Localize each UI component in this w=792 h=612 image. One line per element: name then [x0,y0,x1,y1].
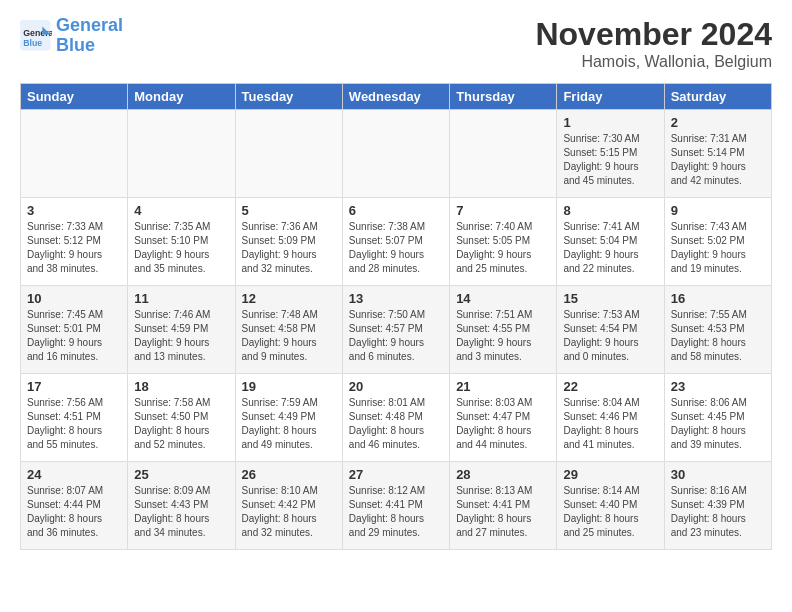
cell-1-6: 9Sunrise: 7:43 AM Sunset: 5:02 PM Daylig… [664,198,771,286]
day-info-1-6: Sunrise: 7:43 AM Sunset: 5:02 PM Dayligh… [671,220,765,276]
cell-4-0: 24Sunrise: 8:07 AM Sunset: 4:44 PM Dayli… [21,462,128,550]
cell-4-2: 26Sunrise: 8:10 AM Sunset: 4:42 PM Dayli… [235,462,342,550]
cell-2-2: 12Sunrise: 7:48 AM Sunset: 4:58 PM Dayli… [235,286,342,374]
day-num-3-4: 21 [456,379,550,394]
day-info-2-6: Sunrise: 7:55 AM Sunset: 4:53 PM Dayligh… [671,308,765,364]
cell-1-4: 7Sunrise: 7:40 AM Sunset: 5:05 PM Daylig… [450,198,557,286]
month-title: November 2024 [535,16,772,53]
col-friday: Friday [557,84,664,110]
cell-2-5: 15Sunrise: 7:53 AM Sunset: 4:54 PM Dayli… [557,286,664,374]
logo-line2: Blue [56,35,95,55]
day-info-2-4: Sunrise: 7:51 AM Sunset: 4:55 PM Dayligh… [456,308,550,364]
cell-1-1: 4Sunrise: 7:35 AM Sunset: 5:10 PM Daylig… [128,198,235,286]
day-num-4-2: 26 [242,467,336,482]
cell-2-3: 13Sunrise: 7:50 AM Sunset: 4:57 PM Dayli… [342,286,449,374]
day-info-4-0: Sunrise: 8:07 AM Sunset: 4:44 PM Dayligh… [27,484,121,540]
day-num-4-0: 24 [27,467,121,482]
cell-3-1: 18Sunrise: 7:58 AM Sunset: 4:50 PM Dayli… [128,374,235,462]
header: General Blue General Blue November 2024 … [20,16,772,71]
cell-0-0 [21,110,128,198]
cell-2-1: 11Sunrise: 7:46 AM Sunset: 4:59 PM Dayli… [128,286,235,374]
cell-0-2 [235,110,342,198]
cell-0-6: 2Sunrise: 7:31 AM Sunset: 5:14 PM Daylig… [664,110,771,198]
cell-4-6: 30Sunrise: 8:16 AM Sunset: 4:39 PM Dayli… [664,462,771,550]
day-info-3-6: Sunrise: 8:06 AM Sunset: 4:45 PM Dayligh… [671,396,765,452]
logo-text: General Blue [56,16,123,56]
week-row-0: 1Sunrise: 7:30 AM Sunset: 5:15 PM Daylig… [21,110,772,198]
day-num-0-5: 1 [563,115,657,130]
title-area: November 2024 Hamois, Wallonia, Belgium [535,16,772,71]
day-num-4-4: 28 [456,467,550,482]
day-num-2-0: 10 [27,291,121,306]
cell-4-4: 28Sunrise: 8:13 AM Sunset: 4:41 PM Dayli… [450,462,557,550]
cell-2-6: 16Sunrise: 7:55 AM Sunset: 4:53 PM Dayli… [664,286,771,374]
day-num-3-6: 23 [671,379,765,394]
calendar: Sunday Monday Tuesday Wednesday Thursday… [20,83,772,550]
day-info-3-4: Sunrise: 8:03 AM Sunset: 4:47 PM Dayligh… [456,396,550,452]
day-num-0-6: 2 [671,115,765,130]
cell-0-4 [450,110,557,198]
day-num-2-2: 12 [242,291,336,306]
day-info-4-5: Sunrise: 8:14 AM Sunset: 4:40 PM Dayligh… [563,484,657,540]
svg-text:Blue: Blue [23,37,42,47]
day-num-3-5: 22 [563,379,657,394]
week-row-4: 24Sunrise: 8:07 AM Sunset: 4:44 PM Dayli… [21,462,772,550]
week-row-1: 3Sunrise: 7:33 AM Sunset: 5:12 PM Daylig… [21,198,772,286]
cell-0-5: 1Sunrise: 7:30 AM Sunset: 5:15 PM Daylig… [557,110,664,198]
day-num-1-5: 8 [563,203,657,218]
col-sunday: Sunday [21,84,128,110]
day-info-3-3: Sunrise: 8:01 AM Sunset: 4:48 PM Dayligh… [349,396,443,452]
day-info-4-2: Sunrise: 8:10 AM Sunset: 4:42 PM Dayligh… [242,484,336,540]
cell-3-5: 22Sunrise: 8:04 AM Sunset: 4:46 PM Dayli… [557,374,664,462]
cell-1-5: 8Sunrise: 7:41 AM Sunset: 5:04 PM Daylig… [557,198,664,286]
day-info-4-3: Sunrise: 8:12 AM Sunset: 4:41 PM Dayligh… [349,484,443,540]
col-saturday: Saturday [664,84,771,110]
day-info-0-6: Sunrise: 7:31 AM Sunset: 5:14 PM Dayligh… [671,132,765,188]
cell-4-3: 27Sunrise: 8:12 AM Sunset: 4:41 PM Dayli… [342,462,449,550]
logo: General Blue General Blue [20,16,123,56]
day-num-4-6: 30 [671,467,765,482]
day-num-1-0: 3 [27,203,121,218]
day-info-3-2: Sunrise: 7:59 AM Sunset: 4:49 PM Dayligh… [242,396,336,452]
header-row: Sunday Monday Tuesday Wednesday Thursday… [21,84,772,110]
week-row-3: 17Sunrise: 7:56 AM Sunset: 4:51 PM Dayli… [21,374,772,462]
day-num-3-2: 19 [242,379,336,394]
col-tuesday: Tuesday [235,84,342,110]
day-info-1-1: Sunrise: 7:35 AM Sunset: 5:10 PM Dayligh… [134,220,228,276]
logo-icon: General Blue [20,20,52,52]
day-info-1-5: Sunrise: 7:41 AM Sunset: 5:04 PM Dayligh… [563,220,657,276]
cell-0-3 [342,110,449,198]
day-num-2-1: 11 [134,291,228,306]
page: General Blue General Blue November 2024 … [0,0,792,566]
day-num-1-3: 6 [349,203,443,218]
day-num-4-1: 25 [134,467,228,482]
cell-3-6: 23Sunrise: 8:06 AM Sunset: 4:45 PM Dayli… [664,374,771,462]
day-info-3-5: Sunrise: 8:04 AM Sunset: 4:46 PM Dayligh… [563,396,657,452]
cell-3-2: 19Sunrise: 7:59 AM Sunset: 4:49 PM Dayli… [235,374,342,462]
day-num-2-4: 14 [456,291,550,306]
col-thursday: Thursday [450,84,557,110]
cell-3-3: 20Sunrise: 8:01 AM Sunset: 4:48 PM Dayli… [342,374,449,462]
cell-3-4: 21Sunrise: 8:03 AM Sunset: 4:47 PM Dayli… [450,374,557,462]
logo-line1: General [56,15,123,35]
cell-2-4: 14Sunrise: 7:51 AM Sunset: 4:55 PM Dayli… [450,286,557,374]
cell-4-5: 29Sunrise: 8:14 AM Sunset: 4:40 PM Dayli… [557,462,664,550]
day-info-4-6: Sunrise: 8:16 AM Sunset: 4:39 PM Dayligh… [671,484,765,540]
day-info-4-1: Sunrise: 8:09 AM Sunset: 4:43 PM Dayligh… [134,484,228,540]
day-info-3-1: Sunrise: 7:58 AM Sunset: 4:50 PM Dayligh… [134,396,228,452]
day-info-2-3: Sunrise: 7:50 AM Sunset: 4:57 PM Dayligh… [349,308,443,364]
day-info-1-3: Sunrise: 7:38 AM Sunset: 5:07 PM Dayligh… [349,220,443,276]
day-info-4-4: Sunrise: 8:13 AM Sunset: 4:41 PM Dayligh… [456,484,550,540]
day-num-1-1: 4 [134,203,228,218]
day-num-1-2: 5 [242,203,336,218]
day-num-2-5: 15 [563,291,657,306]
day-info-1-2: Sunrise: 7:36 AM Sunset: 5:09 PM Dayligh… [242,220,336,276]
day-info-0-5: Sunrise: 7:30 AM Sunset: 5:15 PM Dayligh… [563,132,657,188]
col-wednesday: Wednesday [342,84,449,110]
day-num-3-3: 20 [349,379,443,394]
cell-3-0: 17Sunrise: 7:56 AM Sunset: 4:51 PM Dayli… [21,374,128,462]
day-num-2-3: 13 [349,291,443,306]
day-num-4-5: 29 [563,467,657,482]
day-info-1-0: Sunrise: 7:33 AM Sunset: 5:12 PM Dayligh… [27,220,121,276]
day-info-2-1: Sunrise: 7:46 AM Sunset: 4:59 PM Dayligh… [134,308,228,364]
